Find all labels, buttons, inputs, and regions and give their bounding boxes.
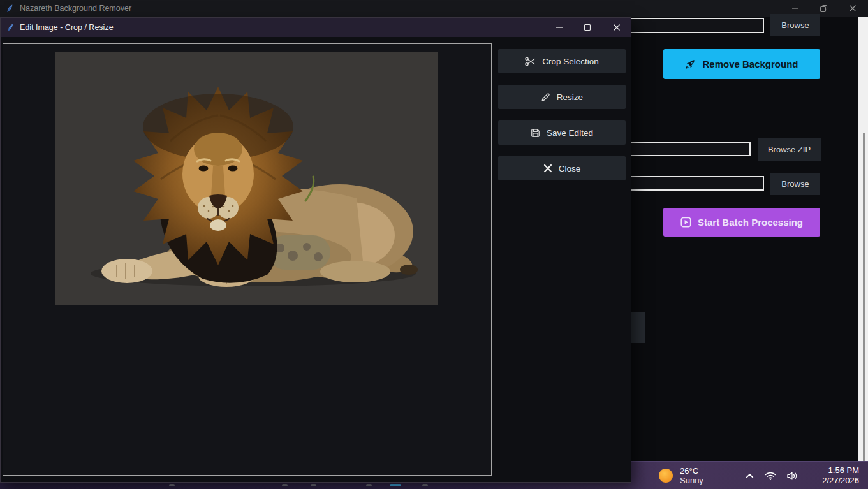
weather-condition: Sunny	[680, 476, 703, 485]
partially-hidden-panel	[631, 312, 645, 343]
lion-image	[55, 52, 438, 305]
weather-temp: 26°C	[680, 466, 703, 476]
floppy-icon	[531, 128, 540, 138]
x-icon	[543, 164, 552, 173]
crop-selection-label: Crop Selection	[542, 57, 599, 66]
wifi-icon[interactable]	[765, 471, 776, 481]
edit-image-dialog: Edit Image - Crop / Resize	[0, 17, 631, 483]
sun-icon	[658, 468, 673, 483]
start-batch-processing-button[interactable]: Start Batch Processing	[663, 208, 820, 237]
resize-button[interactable]: Resize	[498, 85, 626, 109]
taskbar-app-icon-peek[interactable]	[311, 484, 316, 486]
scissors-icon	[525, 57, 536, 66]
output-path-input[interactable]	[609, 176, 764, 191]
main-window-titlebar: Nazareth Background Remover	[0, 0, 868, 17]
lion-illustration	[55, 52, 438, 305]
dialog-minimize-button[interactable]	[545, 18, 573, 37]
main-window-title: Nazareth Background Remover	[20, 4, 131, 13]
browse-output-button[interactable]: Browse	[770, 173, 820, 195]
close-label: Close	[559, 164, 581, 173]
save-edited-label: Save Edited	[547, 128, 593, 138]
browse-image-button[interactable]: Browse	[770, 14, 820, 36]
rocket-icon	[685, 59, 696, 69]
dialog-maximize-button[interactable]	[573, 18, 601, 37]
clock-time: 1:56 PM	[822, 465, 859, 476]
chevron-up-icon[interactable]	[745, 471, 754, 481]
dialog-feather-icon	[6, 23, 14, 32]
start-batch-processing-label: Start Batch Processing	[698, 217, 803, 228]
taskbar-app-icon-peek[interactable]	[282, 484, 288, 486]
dialog-titlebar: Edit Image - Crop / Resize	[1, 18, 631, 37]
dialog-title: Edit Image - Crop / Resize	[20, 23, 114, 32]
taskbar-active-app-icon-peek[interactable]	[390, 484, 401, 486]
pen-icon	[541, 92, 550, 102]
clock-date: 2/27/2026	[822, 476, 859, 486]
save-edited-button[interactable]: Save Edited	[498, 120, 626, 145]
browse-zip-button[interactable]: Browse ZIP	[758, 138, 821, 161]
taskbar-app-icon-peek[interactable]	[169, 484, 175, 486]
app-feather-icon	[6, 4, 13, 13]
crop-selection-button[interactable]: Crop Selection	[498, 49, 626, 73]
resize-label: Resize	[557, 92, 583, 102]
main-close-button[interactable]	[839, 0, 867, 17]
dialog-close-action-button[interactable]: Close	[498, 156, 626, 180]
speaker-icon[interactable]	[786, 471, 798, 481]
dialog-close-button[interactable]	[603, 18, 631, 37]
play-icon	[680, 217, 691, 228]
taskbar-clock[interactable]: 1:56 PM 2/27/2026	[822, 462, 859, 489]
scrollbar-thumb[interactable]	[863, 133, 865, 461]
remove-background-button[interactable]: Remove Background	[663, 49, 820, 79]
taskbar-weather-widget[interactable]: 26°C Sunny	[658, 462, 703, 489]
main-scrollbar[interactable]	[858, 17, 868, 461]
taskbar-app-icon-peek[interactable]	[366, 484, 372, 486]
remove-background-label: Remove Background	[702, 59, 798, 69]
taskbar-app-icon-peek[interactable]	[422, 484, 428, 486]
image-path-input[interactable]	[609, 18, 764, 33]
crop-canvas[interactable]	[3, 43, 492, 476]
